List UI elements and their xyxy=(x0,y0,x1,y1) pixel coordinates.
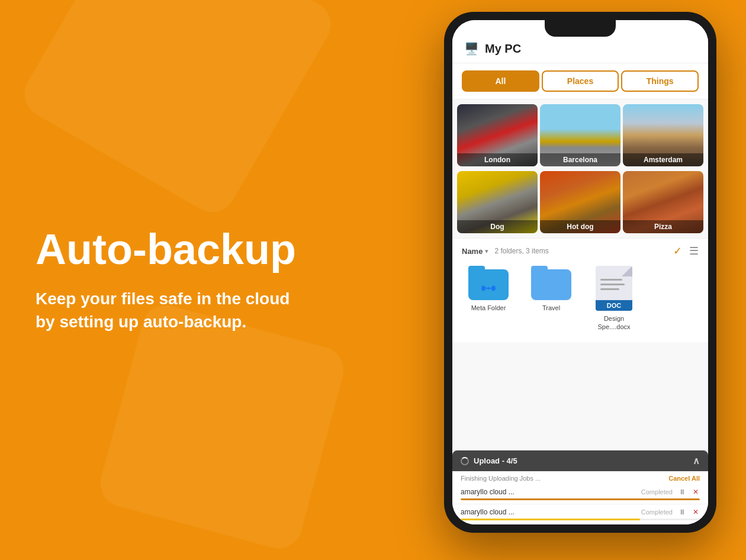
headline: Auto-backup xyxy=(36,226,367,273)
sort-arrow-icon: ▾ xyxy=(485,247,488,255)
upload-header-label: Upload - 4/5 xyxy=(474,456,517,465)
phone-mockup: 🖥️ My PC All Places Things London xyxy=(444,12,728,545)
upload-progress-bar-1 xyxy=(461,498,700,500)
photo-tile-barcelona[interactable]: Barcelona xyxy=(540,104,620,166)
doc-file-name: Design Spe....docx xyxy=(587,314,641,332)
photo-label-london: London xyxy=(457,153,538,166)
pc-icon: 🖥️ xyxy=(464,41,479,56)
photo-tile-amsterdam[interactable]: Amsterdam xyxy=(623,104,703,166)
photo-label-dog: Dog xyxy=(457,220,538,233)
photo-label-barcelona: Barcelona xyxy=(540,153,620,166)
tab-all[interactable]: All xyxy=(462,70,539,92)
file-section: Name ▾ 2 folders, 3 items ✓ ☰ xyxy=(452,238,708,342)
travel-folder-icon xyxy=(531,266,571,300)
upload-subtitle: Finishing Uploading Jobs ... Cancel All xyxy=(452,471,708,484)
left-content: Auto-backup Keep your files safe in the … xyxy=(36,226,367,334)
photo-grid-row2: Dog Hot dog Pizza xyxy=(452,171,708,238)
upload-progress-fill-2 xyxy=(461,519,640,520)
upload-pause-button-2[interactable]: ⏸ xyxy=(677,508,687,516)
check-circle-icon[interactable]: ✓ xyxy=(673,244,682,258)
file-count: 2 folders, 3 items xyxy=(494,247,548,255)
upload-close-button-2[interactable]: ✕ xyxy=(692,508,700,516)
phone-screen: 🖥️ My PC All Places Things London xyxy=(452,20,708,524)
upload-status-1: Completed xyxy=(641,488,673,495)
phone-notch xyxy=(545,20,616,37)
tab-places[interactable]: Places xyxy=(542,70,619,92)
photo-label-amsterdam: Amsterdam xyxy=(623,153,703,166)
tabs-container: All Places Things xyxy=(452,63,708,99)
bg-shape-2 xyxy=(95,300,349,554)
app-title: My PC xyxy=(485,42,521,56)
photo-tile-dog[interactable]: Dog xyxy=(457,171,538,233)
upload-close-button-1[interactable]: ✕ xyxy=(692,488,700,496)
upload-item-1: amaryllo cloud ... Completed ⏸ ✕ xyxy=(452,484,708,504)
upload-subtitle-text: Finishing Uploading Jobs ... xyxy=(461,475,541,482)
cancel-all-button[interactable]: Cancel All xyxy=(668,475,700,482)
upload-header[interactable]: Upload - 4/5 ∧ xyxy=(452,450,708,471)
file-item-doc[interactable]: DOC Design Spe....docx xyxy=(587,266,641,332)
upload-status-2: Completed xyxy=(641,508,673,516)
file-item-meta-folder[interactable]: Meta Folder xyxy=(462,266,515,332)
file-toolbar: Name ▾ 2 folders, 3 items ✓ ☰ xyxy=(462,244,699,258)
travel-folder-name: Travel xyxy=(542,304,560,312)
photo-label-pizza: Pizza xyxy=(623,220,703,233)
toolbar-icons: ✓ ☰ xyxy=(673,244,699,258)
subheadline: Keep your files safe in the cloudby sett… xyxy=(36,287,367,333)
meta-folder-name: Meta Folder xyxy=(471,304,506,312)
bg-shape-1 xyxy=(16,0,339,221)
photo-label-hotdog: Hot dog xyxy=(540,220,620,233)
upload-filename-2: amaryllo cloud ... xyxy=(461,508,515,516)
upload-filename-1: amaryllo cloud ... xyxy=(461,488,515,496)
file-items: Meta Folder Travel xyxy=(462,263,699,336)
upload-spinner-icon xyxy=(461,457,469,465)
photo-grid-row1: London Barcelona Amsterdam xyxy=(452,99,708,171)
doc-file-icon: DOC xyxy=(596,266,632,311)
upload-panel: Upload - 4/5 ∧ Finishing Uploading Jobs … xyxy=(452,450,708,524)
expand-icon[interactable]: ∧ xyxy=(693,455,700,466)
photo-tile-hotdog[interactable]: Hot dog xyxy=(540,171,620,233)
photo-tile-london[interactable]: London xyxy=(457,104,538,166)
upload-progress-fill-1 xyxy=(461,498,700,500)
meta-folder-icon xyxy=(468,266,509,300)
sort-label[interactable]: Name xyxy=(462,247,483,256)
photo-tile-pizza[interactable]: Pizza xyxy=(623,171,703,233)
file-item-travel[interactable]: Travel xyxy=(525,266,578,332)
upload-item-2: amaryllo cloud ... Completed ⏸ ✕ xyxy=(452,504,708,524)
doc-badge: DOC xyxy=(596,300,632,311)
tab-things[interactable]: Things xyxy=(621,70,699,92)
list-view-icon[interactable]: ☰ xyxy=(689,244,699,258)
upload-pause-button-1[interactable]: ⏸ xyxy=(677,488,687,496)
phone-outer: 🖥️ My PC All Places Things London xyxy=(444,12,716,533)
meta-logo-icon xyxy=(478,281,499,295)
upload-progress-bar-2 xyxy=(461,519,700,520)
